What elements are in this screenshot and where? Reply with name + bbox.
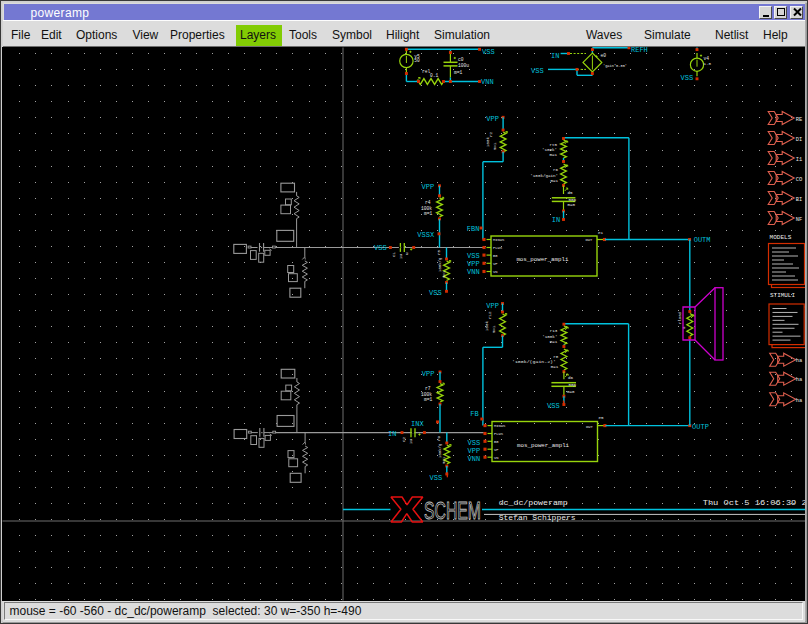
svg-text:r13: r13 — [550, 329, 558, 333]
svg-text:m=0: m=0 — [567, 390, 575, 394]
svg-text:PLUS: PLUS — [493, 246, 503, 250]
svg-text:ha: ha — [796, 358, 803, 364]
svg-text:VP: VP — [493, 262, 498, 266]
svg-text:0.1: 0.1 — [430, 73, 439, 78]
svg-text:Thu Oct 5 16:06:39 2: Thu Oct 5 16:06:39 2 — [703, 499, 805, 507]
svg-text:100k/g: 100k/g — [438, 257, 442, 272]
svg-text:100u: 100u — [458, 63, 469, 68]
svg-text:d5: d5 — [568, 191, 574, 195]
svg-text:r12: r12 — [488, 311, 492, 319]
svg-text:1u: 1u — [399, 253, 403, 259]
svg-text:B0: B0 — [494, 440, 499, 444]
svg-text:100k: 100k — [485, 320, 489, 331]
svg-text:e1: e1 — [598, 231, 604, 235]
svg-text:VSS: VSS — [429, 289, 442, 297]
svg-text:'100k': '100k' — [542, 148, 557, 152]
svg-text:m=0: m=0 — [568, 203, 576, 207]
svg-text:100k/g: 100k/g — [438, 443, 442, 458]
svg-text:m=1: m=1 — [550, 340, 558, 344]
svg-text:100k: 100k — [486, 136, 490, 147]
svg-text:MINUS: MINUS — [494, 424, 506, 428]
svg-text:DI: DI — [796, 137, 802, 143]
svg-text:m=1: m=1 — [550, 179, 558, 183]
svg-text:m=1: m=1 — [442, 270, 446, 278]
svg-text:VSS: VSS — [374, 244, 387, 252]
svg-text:SCHEM: SCHEM — [424, 498, 481, 524]
svg-text:r5: r5 — [437, 249, 441, 255]
svg-text:IN: IN — [388, 430, 396, 438]
svg-text:r4: r4 — [425, 200, 431, 205]
svg-text:STIMULI: STIMULI — [770, 292, 795, 299]
svg-text:VN: VN — [494, 456, 499, 460]
svg-text:1.8: 1.8 — [704, 62, 712, 66]
svg-text:c1: c1 — [392, 251, 396, 257]
svg-text:m=1: m=1 — [549, 153, 557, 157]
svg-text:r6: r6 — [553, 168, 559, 172]
svg-text:OUT: OUT — [586, 425, 594, 429]
svg-text:REFH: REFH — [631, 47, 648, 54]
svg-text:VPP: VPP — [486, 302, 499, 310]
svg-text:VSS: VSS — [468, 439, 481, 447]
svg-text:100k: 100k — [421, 392, 432, 397]
svg-text:VSS: VSS — [531, 67, 544, 75]
svg-text:ha: ha — [796, 377, 803, 383]
svg-text:'100k/(gain-2)': '100k/(gain-2)' — [512, 360, 556, 364]
svg-text:'gain*0.85': 'gain*0.85' — [603, 64, 627, 68]
svg-text:VN: VN — [493, 270, 498, 274]
svg-text:r7: r7 — [425, 386, 431, 391]
svg-text:MINUS: MINUS — [493, 238, 505, 242]
svg-text:VPP: VPP — [422, 183, 435, 191]
svg-text:m=1: m=1 — [551, 365, 559, 369]
svg-text:VPP: VPP — [422, 370, 435, 378]
svg-text:100k: 100k — [421, 206, 432, 211]
svg-text:mos_power_ampli: mos_power_ampli — [516, 256, 568, 263]
svg-text:r9: r9 — [437, 435, 441, 441]
svg-text:Stefan Schippers: Stefan Schippers — [499, 514, 576, 522]
svg-text:VSS: VSS — [467, 252, 480, 260]
svg-text:ha: ha — [796, 398, 803, 404]
svg-text:'100k/gain': '100k/gain' — [530, 174, 558, 178]
svg-text:r8: r8 — [553, 355, 559, 359]
svg-text:m=1: m=1 — [442, 456, 446, 464]
svg-text:VPP: VPP — [486, 115, 499, 123]
svg-text:c0: c0 — [458, 57, 464, 62]
svg-text:u: u — [405, 252, 409, 255]
svg-text:m=1: m=1 — [424, 211, 433, 216]
svg-text:VSS: VSS — [482, 48, 495, 56]
svg-text:IN: IN — [552, 216, 560, 224]
svg-text:VSS: VSS — [681, 74, 694, 82]
svg-text:m=1: m=1 — [492, 325, 496, 333]
svg-text:VNN: VNN — [468, 455, 481, 463]
svg-text:d6: d6 — [568, 376, 574, 380]
svg-text:m=1: m=1 — [424, 397, 433, 402]
svg-text:mos_power_ampli: mos_power_ampli — [517, 442, 569, 449]
svg-text:VSS: VSS — [430, 474, 443, 482]
svg-text:c2: c2 — [402, 436, 406, 442]
svg-text:MODELS: MODELS — [770, 234, 792, 241]
svg-text:I1: I1 — [796, 157, 802, 163]
svg-text:CO: CO — [796, 177, 802, 183]
svg-text:e5: e5 — [599, 416, 605, 420]
svg-text:RE: RE — [796, 117, 802, 123]
svg-text:rt5: rt5 — [549, 143, 557, 147]
svg-text:VNN: VNN — [467, 268, 480, 276]
svg-text:VPP: VPP — [467, 260, 480, 268]
svg-text:1u: 1u — [409, 438, 413, 444]
svg-text:v4: v4 — [704, 56, 710, 61]
svg-text:NF: NF — [796, 217, 802, 223]
svg-text:B0: B0 — [493, 254, 498, 258]
svg-text:FB: FB — [470, 410, 478, 418]
svg-text:INX: INX — [411, 420, 424, 428]
svg-text:PLUS: PLUS — [494, 432, 504, 436]
svg-text:m=1: m=1 — [454, 70, 463, 75]
svg-text:FBN: FBN — [467, 225, 480, 233]
svg-text:50: 50 — [414, 58, 420, 63]
svg-text:VPP: VPP — [468, 447, 481, 455]
svg-text:50p: 50p — [569, 383, 577, 387]
svg-text:VSS: VSS — [547, 402, 560, 410]
svg-text:'100k': '100k' — [542, 335, 557, 339]
svg-text:OUTM: OUTM — [694, 236, 711, 244]
svg-text:m=1: m=1 — [493, 142, 497, 150]
svg-text:e0: e0 — [601, 53, 607, 58]
svg-text:IN: IN — [551, 52, 559, 60]
